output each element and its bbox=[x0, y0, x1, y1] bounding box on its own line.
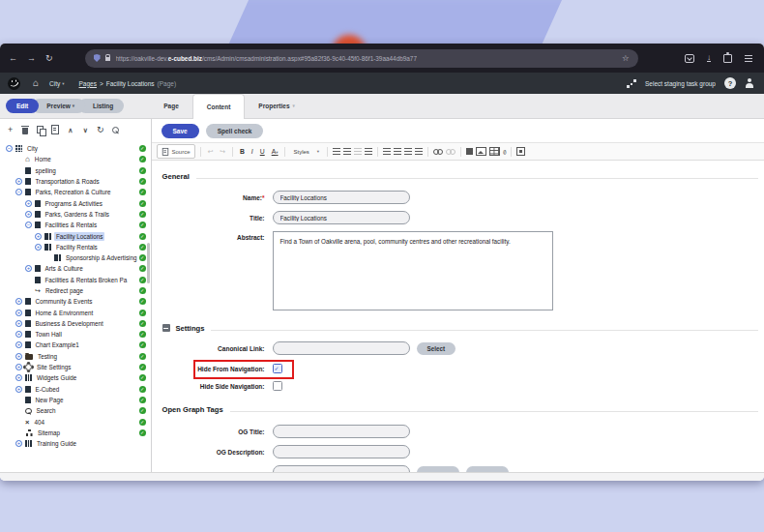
reload-icon[interactable]: ↻ bbox=[45, 54, 53, 63]
back-icon[interactable]: ← bbox=[9, 54, 17, 63]
underline-button[interactable]: U bbox=[258, 148, 267, 155]
listing-mode-button[interactable]: Listing bbox=[78, 99, 124, 113]
expander-icon[interactable]: − bbox=[25, 222, 32, 228]
canonical-select-button[interactable]: Select bbox=[417, 342, 456, 355]
delete-page-button[interactable] bbox=[18, 119, 34, 140]
expander-icon[interactable]: + bbox=[25, 265, 32, 272]
tree-item-business-development[interactable]: +Business & Development✓ bbox=[0, 318, 151, 329]
expander-icon[interactable]: + bbox=[15, 353, 22, 360]
abstract-textarea[interactable]: Find a Town of Oakville arena, pool, com… bbox=[273, 231, 553, 310]
tab-content[interactable]: Content bbox=[192, 94, 246, 119]
expander-icon[interactable]: − bbox=[6, 145, 13, 152]
code-snippet-icon[interactable]: (/) bbox=[503, 149, 506, 155]
tree-item-training-guide[interactable]: +Training Guide bbox=[0, 438, 151, 449]
align-justify-icon[interactable] bbox=[415, 148, 423, 155]
tree-item-facility-locations[interactable]: +Facility Locations✓ bbox=[0, 230, 151, 241]
table-icon[interactable] bbox=[489, 147, 500, 156]
clipped-button[interactable] bbox=[466, 466, 509, 473]
tracking-shield-icon[interactable] bbox=[94, 54, 101, 62]
expander-icon[interactable]: + bbox=[15, 320, 22, 327]
expander-icon[interactable]: + bbox=[25, 200, 32, 207]
name-input[interactable] bbox=[273, 191, 410, 204]
tree-item-transportation-roads[interactable]: +Transportation & Roads✓ bbox=[0, 176, 151, 187]
widget-icon[interactable] bbox=[466, 148, 473, 155]
move-down-button[interactable]: ∨ bbox=[78, 119, 94, 140]
url-bar[interactable]: https://oakville-dev.e-cubed.biz/cms/Adm… bbox=[85, 49, 638, 68]
bookmark-star-icon[interactable]: ☆ bbox=[622, 53, 630, 63]
spell-check-button[interactable]: Spell check bbox=[206, 124, 264, 138]
refresh-tree-button[interactable]: ↻ bbox=[93, 119, 108, 140]
staging-task-group-selector[interactable]: Select staging task group bbox=[645, 80, 716, 87]
ordered-list-icon[interactable] bbox=[333, 148, 340, 155]
clipped-input[interactable] bbox=[273, 465, 410, 472]
link-icon[interactable] bbox=[433, 149, 443, 155]
tree-item-home[interactable]: ⌂Home✓ bbox=[0, 154, 151, 164]
source-button[interactable]: Source bbox=[157, 144, 195, 159]
tree-item-facilities-rentals-broken-pa[interactable]: Facilities & Rentals Broken Pa✓ bbox=[0, 275, 151, 285]
clipped-button[interactable] bbox=[417, 466, 459, 473]
expander-icon[interactable]: + bbox=[15, 341, 22, 348]
breadcrumb-root-link[interactable]: Pages bbox=[79, 80, 97, 87]
extensions-icon[interactable] bbox=[723, 54, 732, 63]
help-button[interactable]: ? bbox=[724, 77, 736, 89]
title-input[interactable] bbox=[273, 211, 410, 224]
tree-item-redirect-page[interactable]: ↪Redirect page✓ bbox=[0, 285, 151, 296]
redo-icon[interactable]: ↪ bbox=[218, 148, 227, 156]
expander-icon[interactable]: + bbox=[35, 233, 42, 240]
tree-item-e-cubed[interactable]: +E-Cubed✓ bbox=[0, 384, 151, 395]
expander-icon[interactable]: + bbox=[15, 310, 22, 316]
hide-side-navigation-checkbox[interactable] bbox=[273, 381, 282, 391]
bold-button[interactable]: B bbox=[238, 148, 247, 155]
tab-properties[interactable]: Properties▾ bbox=[245, 94, 308, 118]
expander-icon[interactable]: + bbox=[15, 374, 22, 381]
new-page-button[interactable]: + bbox=[3, 119, 18, 140]
og-description-input[interactable] bbox=[273, 445, 410, 458]
expander-icon[interactable]: + bbox=[25, 211, 32, 218]
tree-item-town-hall[interactable]: +Town Hall✓ bbox=[0, 329, 151, 340]
forward-icon[interactable]: → bbox=[27, 54, 36, 63]
expander-icon[interactable]: + bbox=[15, 364, 22, 370]
undo-icon[interactable]: ↩ bbox=[206, 148, 216, 156]
maximize-icon[interactable] bbox=[516, 147, 525, 156]
tree-item-parks-recreation-culture[interactable]: −Parks, Recreation & Culture✓ bbox=[0, 187, 151, 197]
tree-item-new-page[interactable]: New Page✓ bbox=[0, 395, 151, 405]
expander-icon[interactable]: + bbox=[15, 298, 22, 305]
preview-mode-button[interactable]: Preview ▾ bbox=[32, 99, 85, 113]
pocket-icon[interactable] bbox=[685, 54, 694, 63]
tree-item-404[interactable]: ×404✓ bbox=[0, 416, 151, 427]
tree-item-facilities-rentals[interactable]: −Facilities & Rentals✓ bbox=[0, 220, 151, 230]
text-color-button[interactable]: A▾ bbox=[270, 148, 280, 155]
outdent-icon[interactable] bbox=[354, 148, 362, 155]
downloads-icon[interactable]: ↓ bbox=[707, 54, 711, 63]
tree-item-programs-activities[interactable]: +Programs & Activities✓ bbox=[0, 197, 151, 208]
tree-item-chart-example1[interactable]: +Chart Example1✓ bbox=[0, 340, 151, 350]
tree-item-arts-culture[interactable]: +Arts & Culture✓ bbox=[0, 263, 151, 274]
tree-item-site-settings[interactable]: +Site Settings✓ bbox=[0, 362, 151, 372]
unlink-icon[interactable] bbox=[446, 149, 455, 155]
align-center-icon[interactable] bbox=[394, 148, 401, 155]
tree-item-parks-gardens-trails[interactable]: +Parks, Gardens & Trails✓ bbox=[0, 209, 151, 220]
canonical-link-input[interactable] bbox=[273, 341, 410, 355]
align-right-icon[interactable] bbox=[404, 148, 412, 155]
expander-icon[interactable]: − bbox=[15, 189, 22, 195]
tree-item-testing[interactable]: +Testing✓ bbox=[0, 351, 151, 362]
home-icon[interactable]: ⌂ bbox=[33, 78, 39, 88]
tree-item-search[interactable]: Search✓ bbox=[0, 405, 151, 416]
tree-item-home-environment[interactable]: +Home & Environment✓ bbox=[0, 307, 151, 317]
expander-icon[interactable]: + bbox=[15, 331, 22, 338]
tree-item-spelling[interactable]: spelling✓ bbox=[0, 165, 151, 176]
menu-icon[interactable] bbox=[745, 55, 752, 62]
og-title-input[interactable] bbox=[273, 425, 410, 438]
copy-page-button[interactable] bbox=[33, 119, 48, 140]
move-page-button[interactable] bbox=[48, 119, 64, 140]
tree-scrollbar[interactable] bbox=[147, 243, 150, 283]
site-selector[interactable]: City ▾ bbox=[49, 80, 64, 87]
collapse-section-icon[interactable] bbox=[162, 324, 170, 332]
tree-item-community-events[interactable]: +Community & Events✓ bbox=[0, 296, 151, 307]
expander-icon[interactable]: + bbox=[15, 440, 22, 447]
tree-item-sponsorship-advertising[interactable]: Sponsorship & Advertising✓ bbox=[0, 252, 151, 263]
search-tree-button[interactable] bbox=[108, 119, 124, 140]
italic-button[interactable]: I bbox=[250, 148, 255, 155]
align-left-icon[interactable] bbox=[383, 148, 391, 155]
tree-item-city[interactable]: −City✓ bbox=[0, 143, 151, 154]
